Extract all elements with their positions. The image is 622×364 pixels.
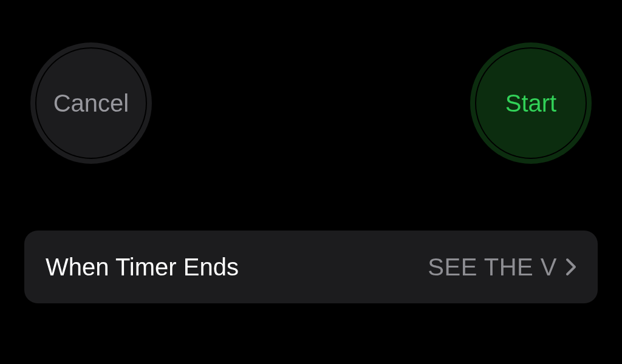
timer-action-row: Cancel Start [0,42,622,164]
chevron-right-icon [566,257,576,277]
cancel-button-label: Cancel [53,90,129,117]
when-timer-ends-row[interactable]: When Timer Ends SEE THE V [24,231,598,303]
when-timer-ends-label: When Timer Ends [46,254,239,281]
cancel-button[interactable]: Cancel [30,42,152,164]
start-button-label: Start [505,90,556,117]
when-timer-ends-value-wrap: SEE THE V [428,254,576,281]
start-button[interactable]: Start [470,42,592,164]
when-timer-ends-value: SEE THE V [428,254,557,281]
